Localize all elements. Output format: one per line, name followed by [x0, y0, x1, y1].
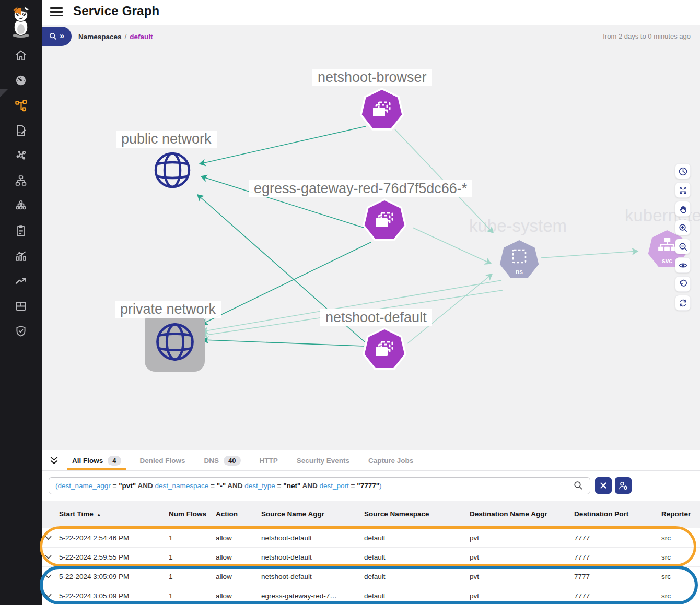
- tab-label: HTTP: [260, 457, 278, 465]
- tab-label: All Flows: [72, 457, 103, 465]
- expand-row-button[interactable]: [42, 536, 59, 540]
- trend-arrow-icon: [14, 274, 28, 288]
- breadcrumb-current: default: [130, 33, 153, 41]
- column-header-destination-name-aggr[interactable]: Destination Name Aggr: [470, 510, 574, 519]
- node-netshoot-browser[interactable]: [359, 88, 404, 133]
- sidebar-item-network-sets[interactable]: [0, 143, 42, 168]
- filter-segment: dest_port: [320, 482, 349, 490]
- node-label-netshoot-browser[interactable]: netshoot-browser: [312, 69, 432, 86]
- flow-table-row[interactable]: 5-22-2024 3:05:09 PM1allownetshoot-defau…: [42, 567, 700, 586]
- cell-dest-port: 7777: [574, 573, 661, 580]
- filter-segment: AND: [300, 482, 319, 490]
- flow-table-row[interactable]: 5-22-2024 2:54:46 PM1allownetshoot-defau…: [42, 528, 700, 548]
- hierarchy-icon: [14, 174, 28, 187]
- node-netshoot-default[interactable]: [362, 327, 407, 372]
- filter-segment: "net": [283, 482, 300, 490]
- page-title: Service Graph: [73, 4, 159, 18]
- visibility-button[interactable]: [675, 257, 691, 273]
- node-label-egress-gateway[interactable]: egress-gateway-red-76d7f5dc66-*: [249, 180, 472, 197]
- node-egress-gateway[interactable]: [362, 198, 407, 243]
- cell-num-flows: 1: [169, 534, 216, 542]
- column-header-source-namespace[interactable]: Source Namespace: [364, 510, 470, 519]
- menu-icon[interactable]: [50, 7, 63, 18]
- pan-button[interactable]: [675, 201, 691, 217]
- flow-filter-input[interactable]: (dest_name_aggr = "pvt" AND dest_namespa…: [49, 477, 590, 494]
- node-label-netshoot-default[interactable]: netshoot-default: [320, 309, 432, 326]
- sidebar-item-policies[interactable]: [0, 118, 42, 143]
- filter-segment: dest_type: [244, 482, 275, 490]
- network-molecule-icon: [14, 149, 28, 162]
- user-settings-button[interactable]: [615, 477, 632, 494]
- cell-source-namespace: default: [364, 573, 470, 580]
- replicaset-icon: [373, 209, 396, 232]
- sidebar-item-flow-hierarchy[interactable]: [0, 168, 42, 193]
- column-header-start-time[interactable]: Start Time▲: [59, 510, 169, 519]
- graph-search-pill[interactable]: »: [42, 27, 72, 46]
- node-private-network[interactable]: [145, 312, 205, 372]
- clear-filter-button[interactable]: [595, 477, 612, 494]
- filter-segment: "-": [217, 482, 226, 490]
- node-kube-system[interactable]: ns: [499, 240, 539, 280]
- top-header: Service Graph: [0, 0, 700, 25]
- dashboard-gauge-icon: [14, 74, 28, 87]
- filter-segment: dest_namespace: [155, 482, 209, 490]
- cell-start-time: 5-22-2024 3:05:09 PM: [59, 592, 169, 600]
- namespace-icon: [511, 248, 527, 264]
- cell-action: allow: [216, 553, 261, 561]
- expand-row-button[interactable]: [42, 574, 59, 579]
- eye-icon: [678, 260, 688, 270]
- node-public-network[interactable]: [150, 148, 194, 194]
- node-label-public-network[interactable]: public network: [116, 131, 217, 148]
- expand-row-button[interactable]: [42, 555, 59, 560]
- user-gear-icon: [618, 480, 628, 491]
- tab-denied-flows[interactable]: Denied Flows: [131, 450, 195, 470]
- cell-source-name-aggr: netshoot-default: [261, 534, 364, 542]
- sidebar-item-dashboard[interactable]: [0, 68, 42, 93]
- clipboard-icon: [14, 224, 28, 238]
- shield-check-icon: [14, 324, 28, 338]
- tab-dns[interactable]: DNS40: [195, 450, 250, 470]
- sidebar-item-clusters[interactable]: [0, 193, 42, 218]
- column-header-reporter[interactable]: Reporter: [661, 510, 700, 519]
- column-header-source-name-aggr[interactable]: Source Name Aggr: [261, 510, 364, 519]
- tab-all-flows[interactable]: All Flows4: [63, 450, 131, 470]
- service-graph-canvas[interactable]: kube-system kubernetes: [42, 47, 700, 450]
- sidebar-item-compliance[interactable]: [0, 218, 42, 243]
- column-header-num-flows[interactable]: Num Flows: [169, 510, 216, 519]
- home-icon: [14, 49, 28, 62]
- policy-document-icon: [14, 124, 28, 137]
- column-header-destination-port[interactable]: Destination Port: [574, 510, 661, 519]
- expand-row-button[interactable]: [42, 594, 59, 598]
- tab-security-events[interactable]: Security Events: [287, 450, 359, 470]
- flow-table-row[interactable]: 5-22-2024 2:59:55 PM1allownetshoot-defau…: [42, 548, 700, 567]
- refresh-button[interactable]: [675, 295, 691, 311]
- time-settings-button[interactable]: [675, 163, 691, 179]
- filter-search-icon[interactable]: [574, 481, 583, 490]
- zoom-out-button[interactable]: [675, 239, 691, 254]
- tab-count-badge: 4: [108, 456, 121, 466]
- sidebar-item-service-graph[interactable]: [0, 93, 42, 118]
- replicaset-icon: [373, 338, 396, 361]
- sidebar-item-home[interactable]: [0, 43, 42, 68]
- breadcrumb-namespaces-link[interactable]: Namespaces: [78, 33, 122, 41]
- cell-start-time: 5-22-2024 3:05:09 PM: [59, 573, 169, 580]
- column-header-action[interactable]: Action: [216, 510, 261, 519]
- node-tag-ns: ns: [499, 268, 539, 276]
- collapse-panel-button[interactable]: [49, 456, 59, 467]
- fit-screen-button[interactable]: [675, 182, 691, 198]
- node-label-private-network[interactable]: private network: [115, 301, 221, 318]
- cell-reporter: src: [661, 592, 700, 600]
- filter-segment: =: [349, 482, 357, 490]
- expand-search-icon: »: [60, 31, 64, 40]
- sidebar-item-security[interactable]: [0, 318, 42, 343]
- undo-layout-button[interactable]: [675, 276, 691, 292]
- flow-table-row[interactable]: 5-22-2024 3:05:09 PM1allowegress-gateway…: [42, 586, 700, 605]
- tab-capture-jobs[interactable]: Capture Jobs: [359, 450, 423, 470]
- sidebar-item-storage[interactable]: [0, 293, 42, 318]
- tab-http[interactable]: HTTP: [250, 450, 287, 470]
- sidebar-item-trends[interactable]: [0, 268, 42, 293]
- sidebar-item-statistics[interactable]: [0, 243, 42, 268]
- cell-reporter: src: [661, 553, 700, 561]
- undo-icon: [678, 279, 688, 289]
- zoom-in-button[interactable]: [675, 220, 691, 235]
